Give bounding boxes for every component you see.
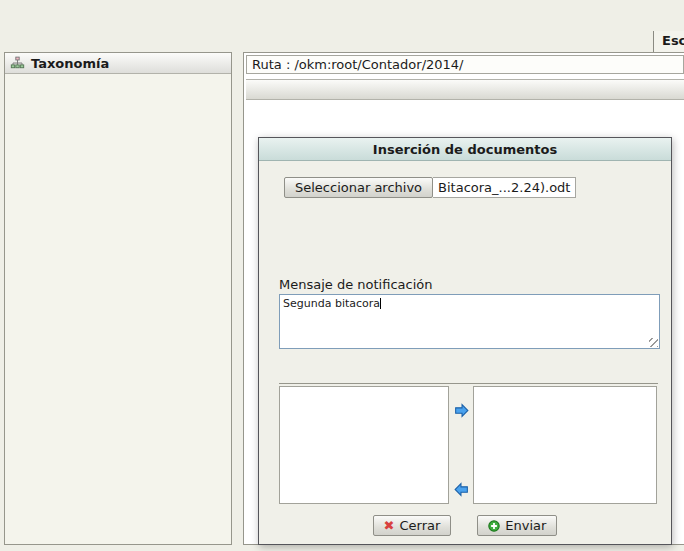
dialog-buttons: ✖ Cerrar Enviar bbox=[259, 515, 671, 536]
move-left-button[interactable] bbox=[453, 481, 470, 498]
taxonomy-icon bbox=[10, 56, 25, 71]
path-text: Ruta : /okm:root/Contador/2014/ bbox=[252, 57, 463, 72]
send-plus-icon bbox=[488, 520, 500, 532]
toolbar bbox=[0, 24, 684, 52]
dialog-title: Inserción de documentos bbox=[373, 142, 557, 157]
roles-dual-list bbox=[279, 386, 657, 504]
insert-documents-dialog: Inserción de documentos Seleccionar arch… bbox=[258, 137, 672, 545]
transfer-controls bbox=[449, 386, 473, 504]
notify-tabs bbox=[279, 363, 658, 384]
close-x-icon: ✖ bbox=[384, 519, 395, 532]
selected-file-name: Bitacora_...2.24).odt bbox=[433, 177, 576, 198]
roles-notify-list bbox=[473, 386, 657, 504]
notification-message-label: Mensaje de notificación bbox=[279, 277, 432, 292]
taxonomy-header: Taxonomía bbox=[5, 53, 231, 74]
taxonomy-title: Taxonomía bbox=[31, 56, 109, 71]
send-button[interactable]: Enviar bbox=[477, 515, 557, 536]
resize-handle[interactable] bbox=[649, 338, 658, 347]
text-caret bbox=[380, 298, 381, 309]
file-table bbox=[246, 79, 684, 100]
notification-message-text: Segunda bitacora bbox=[283, 297, 380, 310]
select-file-button[interactable]: Seleccionar archivo bbox=[284, 177, 433, 198]
path-bar: Ruta : /okm:root/Contador/2014/ bbox=[246, 55, 684, 74]
dialog-title-bar: Inserción de documentos bbox=[259, 138, 671, 161]
menu-bar bbox=[0, 0, 684, 24]
tab-escritorio[interactable]: Escritorio bbox=[653, 31, 684, 54]
taxonomy-panel: Taxonomía bbox=[4, 52, 232, 545]
close-button[interactable]: ✖ Cerrar bbox=[373, 515, 452, 536]
move-right-button[interactable] bbox=[453, 402, 470, 419]
roles-available-list bbox=[279, 386, 449, 504]
folder-tree bbox=[5, 74, 231, 90]
file-table-header bbox=[246, 79, 684, 100]
notification-message-textarea[interactable]: Segunda bitacora bbox=[279, 294, 660, 349]
